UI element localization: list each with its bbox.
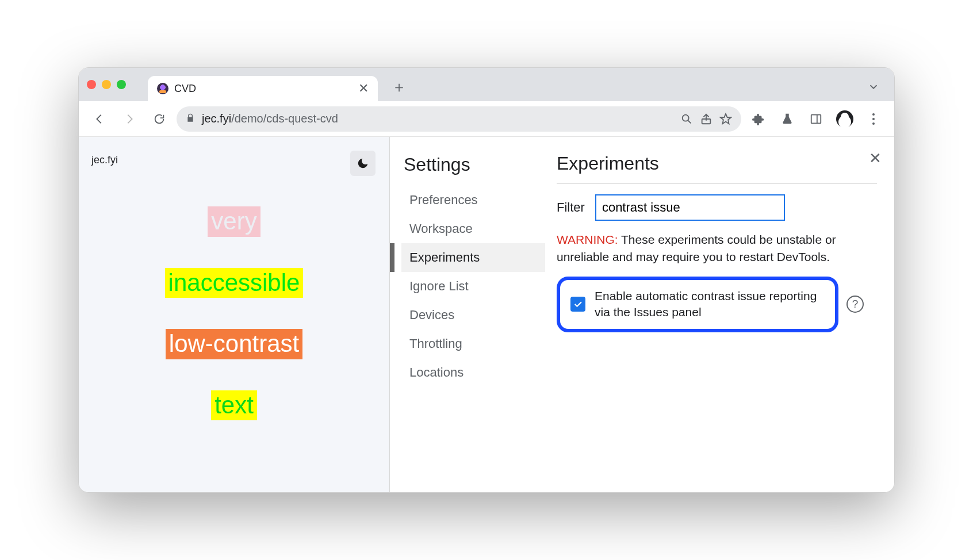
demo-word: inaccessible: [165, 268, 304, 298]
site-name: jec.fyi: [91, 154, 377, 166]
dark-mode-toggle[interactable]: [350, 151, 376, 176]
tab-title: CVD: [174, 83, 353, 95]
search-icon[interactable]: [680, 106, 693, 132]
tab-overflow-button[interactable]: [861, 74, 886, 99]
toolbar: jec.fyi/demo/cds-quest-cvd: [79, 101, 894, 137]
nav-preferences[interactable]: Preferences: [401, 186, 545, 214]
demo-word: text: [211, 390, 257, 421]
reload-button[interactable]: [147, 106, 172, 132]
help-icon[interactable]: ?: [846, 296, 864, 313]
nav-throttling[interactable]: Throttling: [401, 329, 545, 358]
nav-experiments[interactable]: Experiments: [401, 243, 545, 272]
close-tab-button[interactable]: ✕: [358, 81, 369, 96]
maximize-window-button[interactable]: [117, 80, 126, 89]
nav-devices[interactable]: Devices: [401, 301, 545, 329]
extensions-icon[interactable]: [746, 106, 771, 132]
experiment-row[interactable]: Enable automatic contrast issue reportin…: [557, 277, 838, 332]
close-window-button[interactable]: [87, 80, 96, 89]
warning-text: WARNING: These experiments could be unst…: [557, 231, 877, 266]
page-viewport: jec.fyi very inaccessible low-contrast t…: [79, 137, 389, 492]
menu-button[interactable]: [861, 106, 886, 132]
minimize-window-button[interactable]: [102, 80, 111, 89]
bookmark-icon[interactable]: [719, 106, 732, 132]
avatar-icon: [836, 110, 853, 128]
address-bar[interactable]: jec.fyi/demo/cds-quest-cvd: [177, 106, 741, 132]
checkbox-checked-icon[interactable]: [570, 297, 585, 312]
settings-panel: Experiments Filter WARNING: These experi…: [545, 137, 894, 492]
labs-icon[interactable]: [775, 106, 800, 132]
forward-button[interactable]: [117, 106, 142, 132]
nav-workspace[interactable]: Workspace: [401, 214, 545, 243]
settings-heading: Settings: [401, 154, 545, 175]
favicon-icon: [157, 83, 168, 94]
url-text: jec.fyi/demo/cds-quest-cvd: [202, 112, 673, 125]
demo-word: low-contrast: [166, 329, 302, 359]
window-controls: [87, 80, 126, 89]
share-icon[interactable]: [700, 106, 712, 132]
browser-window: CVD ✕ ＋ jec.fyi/demo/cds-quest-cvd: [78, 67, 895, 493]
svg-point-0: [683, 114, 689, 121]
side-panel-icon[interactable]: [803, 106, 829, 132]
demo-word: very: [208, 206, 260, 237]
divider: [557, 183, 877, 184]
demo-words: very inaccessible low-contrast text: [91, 206, 377, 420]
content-area: jec.fyi very inaccessible low-contrast t…: [79, 137, 894, 492]
nav-locations[interactable]: Locations: [401, 358, 545, 387]
browser-tab[interactable]: CVD ✕: [148, 76, 378, 101]
devtools-settings: ✕ Settings Preferences Workspace Experim…: [389, 137, 894, 492]
back-button[interactable]: [87, 106, 112, 132]
filter-label: Filter: [557, 200, 585, 215]
svg-rect-2: [811, 114, 821, 123]
tab-strip: CVD ✕ ＋: [79, 68, 894, 101]
settings-sidebar: Settings Preferences Workspace Experimen…: [390, 137, 545, 492]
nav-ignore-list[interactable]: Ignore List: [401, 272, 545, 301]
panel-title: Experiments: [557, 153, 877, 174]
new-tab-button[interactable]: ＋: [392, 77, 407, 97]
filter-input[interactable]: [595, 194, 785, 221]
lock-icon: [186, 113, 195, 125]
experiment-label: Enable automatic contrast issue reportin…: [595, 288, 825, 321]
profile-button[interactable]: [832, 106, 857, 132]
